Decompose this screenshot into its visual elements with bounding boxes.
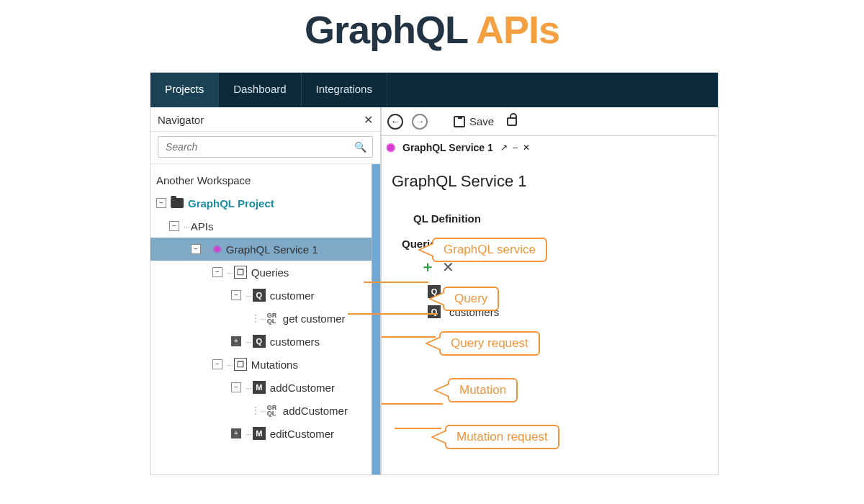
tree-apis[interactable]: − ··· APIs [150, 215, 372, 238]
callout-connector [382, 403, 443, 405]
navigator-title: Navigator [158, 114, 204, 126]
scrollbar[interactable] [372, 164, 380, 474]
service-label: GraphQL Service 1 [226, 243, 318, 256]
tree-query-customers[interactable]: + ··· Q customers [150, 330, 372, 353]
project-label: GraphQL Project [188, 197, 274, 210]
collapse-icon[interactable]: − [156, 198, 166, 208]
tab-projects[interactable]: Projects [150, 73, 219, 107]
callout-mutation: Mutation [448, 378, 518, 402]
query-icon: Q [253, 335, 266, 348]
tree-mutation-addcustomer-req[interactable]: ⋮ ··· GRQL addCustomer [150, 399, 372, 422]
callout-connector [395, 428, 441, 429]
collapse-icon[interactable]: − [191, 244, 201, 254]
doc-tab-title: GraphQL Service 1 [402, 142, 493, 153]
forward-icon[interactable]: → [412, 114, 428, 130]
callout-query: Query [443, 287, 499, 311]
window-controls[interactable]: ↗ – ✕ [500, 143, 531, 153]
app-window: Projects Dashboard Integrations Navigato… [150, 72, 719, 475]
right-panel: ← → Save ✺ GraphQL Service 1 ↗ – ✕ Graph… [381, 107, 718, 474]
expand-icon[interactable]: + [231, 428, 241, 438]
mutations-label: Mutations [251, 359, 298, 371]
search-input[interactable] [164, 140, 354, 153]
graphql-request-icon: GRQL [267, 312, 279, 324]
mutation-editcustomer-label: editCustomer [270, 428, 334, 440]
right-toolbar: ← → Save [382, 107, 718, 136]
tree-mutation-addcustomer[interactable]: − ··· M addCustomer [150, 376, 372, 399]
title-part-apis: APIs [476, 8, 559, 51]
collapse-icon[interactable]: − [212, 267, 222, 277]
page-title: GraphQL APIs [0, 7, 864, 52]
queries-group-icon: ❐ [234, 266, 247, 279]
tree-queries[interactable]: − ··· ❐ Queries [150, 261, 372, 284]
collapse-icon[interactable]: − [231, 290, 241, 300]
tree-workspace[interactable]: Another Workspace [150, 168, 372, 192]
tree: Another Workspace − GraphQL Project − ··… [150, 164, 372, 474]
graphql-icon: ✺ [212, 243, 222, 256]
top-nav: Projects Dashboard Integrations [150, 73, 718, 107]
collapse-icon[interactable]: − [231, 382, 241, 392]
tree-mutation-editcustomer[interactable]: + ··· M editCustomer [150, 422, 372, 445]
save-icon [454, 116, 465, 127]
definition-label: QL Definition [413, 212, 708, 225]
save-button[interactable]: Save [454, 115, 494, 127]
graphql-request-icon: GRQL [267, 405, 279, 416]
tab-integrations[interactable]: Integrations [302, 73, 387, 107]
tree-service[interactable]: − ··· ✺ GraphQL Service 1 [150, 238, 372, 261]
expand-icon[interactable]: + [231, 336, 241, 346]
apis-label: APIs [191, 220, 214, 233]
query-customer-label: customer [270, 289, 315, 302]
close-icon[interactable]: ✕ [364, 113, 373, 127]
tree-project[interactable]: − GraphQL Project [150, 192, 372, 215]
tree-query-customer-req[interactable]: ⋮ ··· GRQL get customer [150, 307, 372, 330]
back-icon[interactable]: ← [387, 114, 403, 130]
collapse-icon[interactable]: − [212, 359, 222, 369]
search-icon[interactable]: 🔍 [354, 141, 366, 153]
mutation-icon: M [253, 427, 266, 440]
callout-connector [364, 282, 428, 283]
graphql-icon: ✺ [386, 141, 395, 155]
mutation-addcustomer-req-label: addCustomer [283, 405, 348, 417]
callout-query-request: Query request [439, 331, 540, 356]
navigator-panel: Navigator ✕ 🔍 Another Workspace [150, 107, 381, 474]
mutations-group-icon: ❐ [234, 358, 247, 371]
collapse-icon[interactable]: − [169, 221, 179, 231]
query-customer-req-label: get customer [283, 312, 346, 325]
mutation-addcustomer-label: addCustomer [270, 382, 335, 394]
query-icon: Q [253, 289, 266, 302]
callout-graphql-service: GraphQL service [432, 238, 547, 262]
workspace-label: Another Workspace [156, 174, 251, 186]
folder-icon [171, 198, 184, 208]
callout-mutation-request: Mutation request [445, 425, 559, 449]
callout-connector [348, 313, 438, 315]
search-box[interactable]: 🔍 [158, 136, 373, 158]
tab-dashboard[interactable]: Dashboard [219, 73, 301, 107]
lock-icon[interactable] [507, 117, 517, 126]
tree-query-customer[interactable]: − ··· Q customer [150, 284, 372, 307]
queries-label: Queries [251, 266, 289, 279]
tree-mutations[interactable]: − ··· ❐ Mutations [150, 353, 372, 376]
doc-heading: GraphQL Service 1 [392, 172, 708, 191]
query-customers-label: customers [270, 336, 320, 348]
doc-tab[interactable]: ✺ GraphQL Service 1 ↗ – ✕ [386, 141, 531, 155]
title-part-graphql: GraphQL [305, 8, 476, 51]
query-icon: Q [428, 305, 441, 318]
mutation-icon: M [253, 381, 266, 394]
